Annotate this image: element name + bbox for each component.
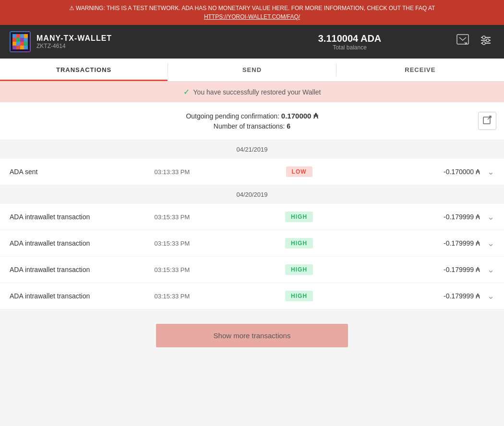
send-receive-icon-button[interactable] [454, 32, 471, 52]
table-row: ADA intrawallet transaction 03:15:33 PM … [0, 257, 504, 283]
table-row: ADA intrawallet transaction 03:15:33 PM … [0, 204, 504, 230]
tx-amount: -0.179999 ₳ [335, 239, 480, 247]
pending-label: Outgoing pending confirmation: [186, 112, 279, 120]
svg-rect-3 [20, 34, 24, 38]
svg-point-21 [482, 36, 485, 39]
tx-count-label: Number of transactions: [214, 122, 285, 130]
tx-time: 03:15:33 PM [155, 293, 263, 300]
tx-amount: -0.170000 ₳ [335, 168, 480, 176]
wallet-name: MANY-TX-WALLET [36, 34, 245, 43]
tx-amount: -0.179999 ₳ [335, 266, 480, 273]
tx-count-text: Number of transactions: 6 [10, 122, 494, 130]
tx-count-num: 6 [287, 122, 290, 130]
pending-section: Outgoing pending confirmation: 0.170000 … [0, 102, 504, 140]
expand-icon[interactable]: ⌄ [480, 238, 494, 248]
svg-point-22 [486, 39, 489, 42]
tx-fee-badge: HIGH [263, 212, 336, 222]
wallet-logo-icon [10, 31, 31, 52]
tx-amount: -0.179999 ₳ [335, 213, 480, 221]
pending-amount: 0.170000 ₳ [281, 112, 318, 120]
svg-rect-7 [20, 38, 24, 42]
warning-banner: ⚠ WARNING: THIS IS A TEST NETWORK. ADA H… [0, 0, 504, 25]
svg-rect-6 [16, 38, 20, 42]
svg-rect-14 [16, 46, 20, 49]
fee-badge-low: LOW [286, 166, 312, 177]
svg-rect-1 [12, 34, 16, 38]
svg-point-23 [482, 42, 485, 45]
svg-rect-16 [24, 46, 28, 49]
tx-type: ADA intrawallet transaction [10, 239, 155, 247]
tx-type: ADA sent [10, 168, 155, 176]
pending-text: Outgoing pending confirmation: 0.170000 … [10, 112, 494, 120]
tab-transactions[interactable]: TRANSACTIONS [0, 59, 168, 81]
table-row: ADA intrawallet transaction 03:15:33 PM … [0, 283, 504, 309]
expand-icon[interactable]: ⌄ [480, 291, 494, 301]
show-more-section: Show more transactions [0, 309, 504, 362]
show-more-button[interactable]: Show more transactions [156, 324, 348, 347]
tx-fee-badge: HIGH [263, 264, 336, 275]
svg-rect-8 [24, 38, 28, 42]
svg-line-25 [488, 116, 491, 119]
tabs: TRANSACTIONS SEND RECEIVE [0, 59, 504, 82]
table-row: ADA intrawallet transaction 03:15:33 PM … [0, 230, 504, 257]
svg-rect-2 [16, 34, 20, 38]
tx-fee-badge: HIGH [263, 238, 336, 248]
balance-label: Total balance [245, 44, 454, 51]
export-button[interactable] [478, 112, 496, 130]
table-row: ADA sent 03:13:33 PM LOW -0.170000 ₳ ⌄ [0, 159, 504, 185]
fee-badge-high: HIGH [285, 212, 313, 222]
tx-type: ADA intrawallet transaction [10, 292, 155, 300]
settings-icon-button[interactable] [477, 32, 494, 52]
svg-rect-4 [24, 34, 28, 38]
fee-badge-high: HIGH [285, 291, 313, 301]
tx-fee-badge: HIGH [263, 291, 336, 301]
warning-link[interactable]: HTTPS://YOROI-WALLET.COM/FAQ/ [204, 13, 300, 20]
success-check-icon: ✓ [183, 87, 190, 96]
warning-text: WARNING: THIS IS A TEST NETWORK. ADA HAS… [76, 5, 435, 12]
balance-amount: 3.110004 ADA [245, 33, 454, 44]
balance-section: 3.110004 ADA Total balance [245, 33, 454, 51]
tx-time: 03:15:33 PM [155, 266, 263, 273]
fee-badge-high: HIGH [285, 264, 313, 275]
svg-rect-9 [12, 42, 16, 46]
header-icons [454, 32, 494, 52]
expand-icon[interactable]: ⌄ [480, 264, 494, 275]
tx-type: ADA intrawallet transaction [10, 213, 155, 221]
main-content: Outgoing pending confirmation: 0.170000 … [0, 102, 504, 381]
success-text: You have successfully restored your Wall… [193, 88, 321, 96]
transaction-list: 04/21/2019 ADA sent 03:13:33 PM LOW -0.1… [0, 140, 504, 309]
svg-rect-11 [20, 42, 24, 46]
warning-icon: ⚠ [69, 5, 74, 12]
wallet-info: MANY-TX-WALLET ZKTZ-4614 [36, 34, 245, 49]
header: MANY-TX-WALLET ZKTZ-4614 3.110004 ADA To… [0, 25, 504, 59]
tx-time: 03:15:33 PM [155, 240, 263, 247]
date-separator-1: 04/21/2019 [0, 140, 504, 159]
svg-rect-10 [16, 42, 20, 46]
tx-amount: -0.179999 ₳ [335, 292, 480, 300]
fee-badge-high: HIGH [285, 238, 313, 248]
expand-icon[interactable]: ⌄ [480, 166, 494, 177]
svg-rect-5 [12, 38, 16, 42]
tx-type: ADA intrawallet transaction [10, 266, 155, 273]
wallet-id: ZKTZ-4614 [36, 43, 245, 49]
svg-rect-12 [24, 42, 28, 46]
tx-time: 03:15:33 PM [155, 213, 263, 221]
ada-symbol: ₳ [313, 112, 318, 120]
expand-icon[interactable]: ⌄ [480, 212, 494, 222]
tab-send[interactable]: SEND [168, 59, 336, 81]
svg-rect-15 [20, 46, 24, 49]
date-separator-2: 04/20/2019 [0, 185, 504, 204]
tab-receive[interactable]: RECEIVE [336, 59, 504, 81]
tx-fee-badge: LOW [263, 166, 336, 177]
tx-time: 03:13:33 PM [155, 168, 263, 176]
success-banner: ✓ You have successfully restored your Wa… [0, 82, 504, 102]
svg-rect-13 [12, 46, 16, 49]
